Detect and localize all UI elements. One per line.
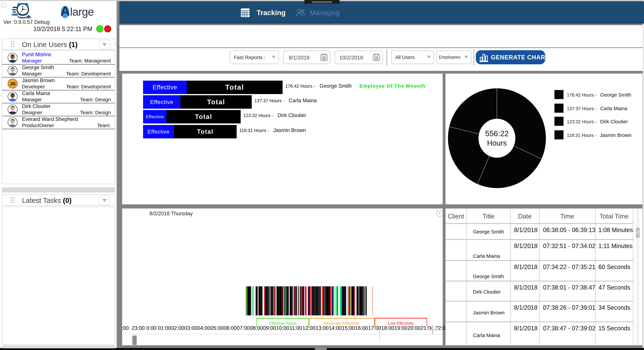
online-user-list-item[interactable]: JB Jasmin Brown Developer Team: Developm…	[2, 77, 115, 90]
table-row[interactable]: George Smith 8/1/2018 07:34:22 - 07:35:2…	[446, 260, 633, 281]
chevron-down-icon	[272, 56, 276, 59]
calendar-grid-icon	[240, 8, 250, 18]
taskbar-segment	[315, 348, 327, 350]
latest-tasks-list	[2, 207, 115, 345]
timeline-scrollbar-track[interactable]	[130, 334, 442, 334]
table-column-header[interactable]: Date	[510, 208, 539, 223]
cell-title: Carla Maina	[473, 332, 500, 338]
latest-tasks-collapse-button[interactable]	[99, 196, 110, 205]
table-scrollbar-thumb[interactable]	[636, 228, 640, 238]
user-name: Carla Maina	[22, 90, 50, 96]
svg-text:JB: JB	[10, 81, 16, 86]
record-status-dot	[104, 25, 111, 32]
timeline-drag-grip[interactable]	[132, 335, 137, 345]
employee-name-label: Dirk Cloutier	[278, 112, 306, 118]
legend-label: 137:37 Hours -Carla Maina	[567, 106, 627, 111]
user-team: Team: Development	[66, 71, 111, 77]
cell-title: Carla Maina	[473, 253, 500, 259]
brand-initial: A	[60, 4, 70, 19]
nav-tab-managing[interactable]: Managing	[295, 9, 306, 19]
legend-label: 118:31 Hours -Jasmin Brown	[567, 132, 632, 138]
timeline-zoom-button[interactable]: +	[436, 210, 443, 217]
employee-name-label: Carla Maina	[289, 98, 317, 103]
online-user-list-item[interactable]: Carla Maina Manager Team: Design	[2, 90, 115, 103]
fast-reports-dropdown[interactable]: Fast Reports :	[230, 51, 279, 64]
online-user-list-item[interactable]: Dirk Cloutier Designer Team: Design	[2, 103, 115, 116]
date-from-picker[interactable]: 9/1/2018	[283, 51, 330, 64]
online-users-count: (1)	[69, 41, 78, 49]
user-team: Team: Design	[80, 110, 111, 115]
bar-chart-icon	[479, 53, 489, 63]
online-users-list: Punit Mishra Manager Team: Managment Geo…	[2, 50, 115, 184]
latest-tasks-title: Latest Tasks (0)	[22, 197, 72, 205]
drag-handle-icon[interactable]	[11, 197, 15, 204]
cell-total-time: 34 Seconds	[598, 304, 630, 311]
table-column-header[interactable]: Time	[539, 208, 595, 223]
sidebar-collapse-button[interactable]: −	[1, 3, 6, 8]
cell-time: 07:34:22 - 07:35:21	[543, 264, 595, 271]
bar-row: EffectiveTotal118:31 Hours -Jasmin Brown	[143, 125, 388, 138]
nav-tab-tracking[interactable]: Tracking	[240, 8, 250, 18]
calendar-icon	[320, 53, 328, 62]
online-users-header: On Line Users (1)	[2, 39, 115, 50]
table-row[interactable]: Carla Maina 8/1/2018 07:32:51 - 07:34:02…	[446, 239, 633, 261]
avatar	[8, 66, 18, 76]
employee-name-label: George Smith	[320, 83, 352, 89]
date-to-picker[interactable]: 10/2/2018	[334, 51, 383, 64]
online-user-list-item[interactable]: Punit Mishra Manager Team: Managment	[2, 51, 115, 65]
bar-value-label: 123:32 Hours -Dirk Cloutier	[243, 112, 306, 118]
user-name: Everard Ward Shepherd	[22, 116, 78, 122]
legend-swatch	[554, 90, 564, 99]
avatar	[8, 92, 18, 102]
bar-row: EffectiveTotal123:32 Hours -Dirk Cloutie…	[143, 110, 392, 123]
user-role: Manager	[22, 71, 42, 77]
generate-charts-button[interactable]: GENERATE CHARTS	[476, 50, 545, 64]
all-users-dropdown[interactable]: All Users	[391, 51, 434, 64]
handle-line	[312, 1, 332, 2]
table-column-header[interactable]: Total Time	[595, 208, 633, 223]
user-role: ProductOwner	[22, 123, 54, 128]
sidebar-footer-strip	[2, 345, 115, 348]
svg-text:556:22: 556:22	[485, 129, 509, 138]
online-user-list-item[interactable]: Everard Ward Shepherd ProductOwner Team:	[2, 116, 115, 129]
cell-date: 8/1/2018	[514, 243, 538, 250]
online-users-collapse-button[interactable]	[99, 40, 110, 49]
chevron-down-icon	[102, 199, 107, 202]
cell-time: 07:38:01 - 07:38:47	[543, 284, 595, 291]
legend-swatch	[554, 130, 564, 139]
table-row[interactable]: Carla Maina 8/1/2018 07:38:47 - 07:39:02…	[446, 322, 633, 342]
calendar-icon	[373, 53, 380, 62]
legend-label: 176:42 Hours -George Smith	[567, 92, 631, 98]
current-timestamp: 10/2/2018 5:22:11 PM	[25, 26, 92, 33]
logo-tagline: Just in time	[20, 17, 31, 19]
user-name: George Smith	[22, 65, 54, 71]
total-bar-segment: Total	[174, 125, 237, 138]
cell-date: 8/1/2018	[514, 264, 538, 271]
hours-label: 123:32 Hours -	[243, 113, 273, 118]
employee-name-label: Jasmin Brown	[273, 127, 306, 133]
hours-label: 118:31 Hours -	[239, 128, 269, 133]
user-name: Dirk Cloutier	[22, 103, 51, 109]
total-bar-segment: Total	[180, 95, 252, 109]
screen-handle-tab[interactable]	[304, 0, 340, 4]
drag-handle-icon[interactable]	[11, 41, 15, 48]
toolbar-separator	[474, 49, 474, 66]
employees-dropdown[interactable]: Employees	[436, 51, 472, 64]
online-user-list-item[interactable]: George Smith Manager Team: Development	[2, 64, 115, 77]
cell-date: 8/1/2018	[514, 304, 538, 311]
svg-text:Hours: Hours	[487, 139, 507, 147]
table-row[interactable]: Dirk Cloutier 8/1/2018 07:38:01 - 07:38:…	[446, 281, 633, 301]
move-cursor-icon	[427, 324, 438, 336]
avatar	[8, 104, 18, 115]
table-row[interactable]: George Smith 8/1/2018 06:38:05 - 06:39:1…	[446, 223, 633, 240]
chevron-down-icon	[464, 56, 468, 59]
legend-swatch	[554, 117, 564, 126]
cell-time: 06:38:05 - 06:39:13	[543, 227, 595, 234]
cell-date: 8/1/2018	[514, 325, 538, 332]
table-row[interactable]: Jasmin Brown 8/1/2018 07:38:26 - 07:39:0…	[446, 301, 633, 322]
cell-total-time: 1:08 Minutes	[598, 227, 633, 234]
table-column-header[interactable]: Title	[466, 208, 510, 223]
bar-value-label: 118:31 Hours -Jasmin Brown	[239, 127, 306, 133]
table-column-header[interactable]: Client	[445, 208, 466, 223]
cell-title: George Smith	[473, 274, 504, 279]
